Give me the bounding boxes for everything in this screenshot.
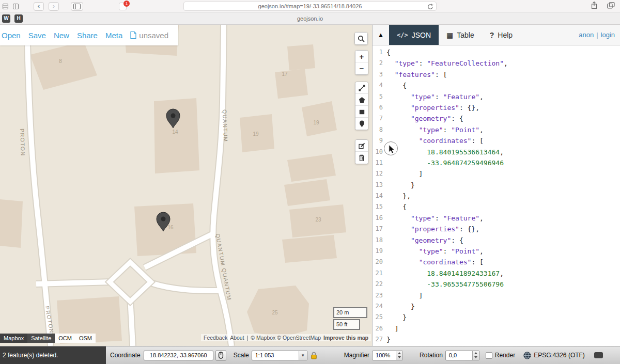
code-text: "type": "Point", [386,124,484,135]
menu-open[interactable]: Open [2,31,21,40]
render-checkbox[interactable] [486,352,492,359]
code-text: ] [386,168,423,179]
code-line[interactable]: 2 "type": "FeatureCollection", [373,58,620,69]
spinner-arrows[interactable] [396,351,402,360]
draw-marker-tool[interactable] [355,118,368,130]
layer-satellite[interactable]: Satellite [27,334,55,343]
code-line[interactable]: 6 "properties": {}, [373,102,620,113]
tab-json[interactable]: </> JSON [389,25,439,45]
sidebar-toggle-button[interactable] [71,2,83,11]
table-icon: ▦ [446,31,453,39]
code-line[interactable]: 11 -33.964874259496946 [373,157,620,168]
layer-mapbox[interactable]: Mapbox [0,334,27,343]
code-line[interactable]: 8 "type": "Point", [373,124,620,135]
share-icon[interactable] [591,1,598,11]
code-line[interactable]: 17 "properties": {}, [373,224,620,234]
code-line[interactable]: 25 } [373,312,620,323]
coordinate-input[interactable]: 18.842232,-33.967060 [144,351,213,360]
magnifier-input[interactable]: 100% [372,351,403,360]
code-line[interactable]: 22 -33.965354775506796 [373,279,620,290]
messages-icon[interactable] [594,352,603,358]
menu-save[interactable]: Save [28,31,46,40]
magnifier-value: 100% [376,352,390,358]
building-number: 17 [282,71,288,77]
url-bar[interactable]: geojson.io/#map=19/-33.96514/18.84026 [183,2,437,11]
code-line[interactable]: 9 "coordinates": [ [373,135,620,146]
code-line[interactable]: 13 } [373,180,620,191]
map[interactable]: PROTON QUANTUM QUANTUM QUANTUM PROTON 8 … [0,25,372,346]
code-line[interactable]: 3 "features": [ [373,69,620,80]
extension-icon[interactable]: 1 [119,3,127,10]
window-panes-icon[interactable] [13,4,19,9]
line-number: 3 [373,69,386,80]
reload-icon[interactable] [427,4,433,10]
trash-icon[interactable] [355,152,368,164]
code-line[interactable]: 23 ] [373,290,620,301]
layer-ocm[interactable]: OCM [55,334,75,343]
code-line[interactable]: 26 ] [373,323,620,334]
menu-share[interactable]: Share [77,31,98,40]
anon-link[interactable]: anon [579,31,594,39]
search-icon[interactable] [355,33,367,44]
line-number: 8 [373,124,386,135]
code-line[interactable]: 7 "geometry": { [373,113,620,124]
line-number: 2 [373,58,386,69]
code-line[interactable]: 5 "type": "Feature", [373,91,620,102]
code-line[interactable]: 12 ] [373,168,620,179]
code-line[interactable]: 10 18.840195536613464, [373,147,620,157]
chevron-down-icon[interactable]: ▾ [299,351,307,360]
draw-rectangle-tool[interactable] [355,106,368,118]
zoom-in-button[interactable]: + [355,51,368,62]
zoom-control: + − [355,50,368,75]
draw-line-tool[interactable] [355,82,368,94]
code-line[interactable]: 1{ [373,47,620,58]
line-number: 26 [373,323,386,334]
menu-meta[interactable]: Meta [105,31,122,40]
window-grid-icon[interactable] [3,4,8,9]
scale-combo[interactable]: 1:1 053 ▾ [252,351,307,360]
rotation-input[interactable]: 0,0 [445,351,479,360]
code-line[interactable]: 21 18.840141892433167, [373,268,620,279]
tabs-overview-icon[interactable] [607,2,615,11]
crs-button[interactable]: EPSG:4326 (OTF) [523,352,585,359]
layer-osm[interactable]: OSM [75,334,96,343]
tab-help[interactable]: ? Help [482,25,520,45]
edit-layers-icon[interactable] [355,140,368,152]
building-number: 19 [313,120,319,125]
code-line[interactable]: 15 { [373,201,620,212]
mouse-position-button[interactable] [215,350,226,361]
line-number: 13 [373,180,386,191]
improve-map-link[interactable]: Improve this map [323,335,368,341]
collapse-panel-arrow[interactable]: ▲ [373,25,389,45]
coordinate-label: Coordinate [110,352,141,359]
active-tab-title[interactable]: geojson.io [0,12,620,25]
line-number: 5 [373,91,386,102]
auth-area: anon | login [579,25,620,45]
building-number: 16 [167,225,174,230]
code-line[interactable]: 19 "type": "Point", [373,246,620,257]
line-number: 1 [373,47,386,58]
map-canvas[interactable]: PROTON QUANTUM QUANTUM QUANTUM PROTON 8 … [0,25,372,346]
scale-lock-icon[interactable] [311,352,317,359]
json-editor[interactable]: 1{2 "type": "FeatureCollection",3 "featu… [373,45,620,346]
code-text: -33.964874259496946 [386,157,504,168]
back-button[interactable]: ‹ [34,2,44,11]
spinner-arrows[interactable] [472,351,479,360]
code-line[interactable]: 4 { [373,80,620,91]
feedback-link[interactable]: Feedback [204,335,227,341]
code-line[interactable]: 20 "coordinates": [ [373,257,620,267]
search-control[interactable] [354,32,368,45]
code-line[interactable]: 14 }, [373,191,620,201]
login-link[interactable]: login [601,31,615,39]
about-link[interactable]: About [230,335,244,341]
code-line[interactable]: 18 "geometry": { [373,235,620,246]
code-line[interactable]: 16 "type": "Feature", [373,213,620,224]
code-line[interactable]: 24 } [373,301,620,312]
code-text: "geometry": { [386,113,463,124]
draw-polygon-tool[interactable] [355,94,368,106]
zoom-out-button[interactable]: − [355,62,368,74]
tab-table[interactable]: ▦ Table [439,25,482,45]
menu-new[interactable]: New [54,31,69,40]
code-line[interactable]: 27} [373,334,620,345]
forward-button[interactable]: › [49,2,59,11]
